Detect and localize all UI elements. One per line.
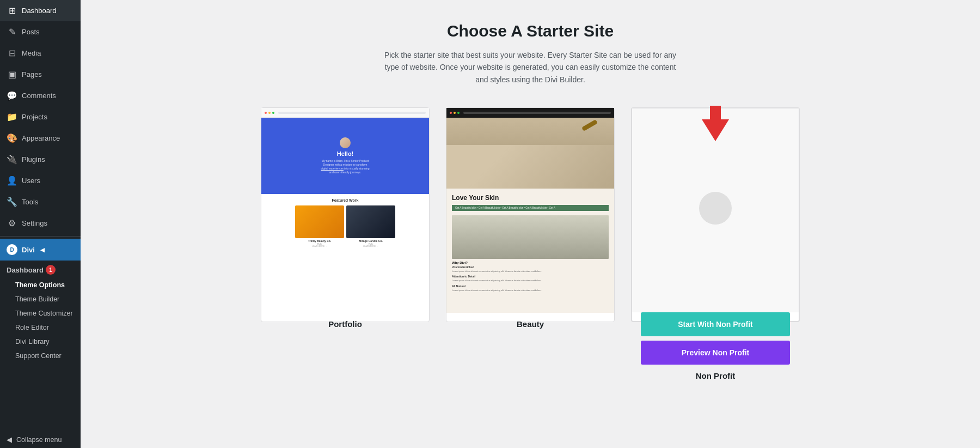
beauty-bowl xyxy=(446,145,614,189)
sidebar-item-label: Plugins xyxy=(22,155,45,164)
sidebar-item-divi[interactable]: D Divi ◀ xyxy=(0,239,81,261)
beauty-section3-text: Lorem ipsum dolor sit amet consectetur a… xyxy=(452,289,609,292)
nonprofit-placeholder xyxy=(699,192,732,229)
beauty-content: Love Your Skin Get A Beautiful skin • Ge… xyxy=(446,189,614,297)
thumb-img-2 xyxy=(346,205,395,238)
sidebar-item-label: Appearance xyxy=(22,134,60,142)
down-arrow-icon xyxy=(699,103,732,147)
sidebar-item-label: Tools xyxy=(22,198,38,206)
beauty-spoon xyxy=(581,119,598,131)
sidebar-item-posts[interactable]: ✎ Posts xyxy=(0,21,81,43)
beauty-preview: Love Your Skin Get A Beautiful skin • Ge… xyxy=(446,108,614,313)
starter-cards-container: Hello! My name is Brian. I'm a Senior Pr… xyxy=(204,107,857,322)
beauty-section2-subtitle: Attention to Detail xyxy=(452,275,609,278)
submenu-item-theme-builder[interactable]: Theme Builder xyxy=(0,292,81,306)
submenu-item-role-editor[interactable]: Role Editor xyxy=(0,320,81,335)
sidebar-item-appearance[interactable]: 🎨 Appearance xyxy=(0,128,81,149)
portfolio-thumb-1: Trinity Beauty Co. Role LEARN MORE → xyxy=(295,205,344,248)
beauty-sections: Why Divi? Vitamin Enriched Lorem ipsum d… xyxy=(452,215,609,292)
sidebar-divider xyxy=(0,236,81,237)
sidebar-item-label: Projects xyxy=(22,113,47,121)
beauty-section1-text: Lorem ipsum dolor sit amet consectetur a… xyxy=(452,270,609,273)
divi-dashboard-header: Dashboard 1 xyxy=(0,261,81,278)
thumb-detail-1: LEARN MORE → xyxy=(295,245,344,248)
plugins-icon: 🔌 xyxy=(7,154,17,165)
beauty-ticker: Get A Beautiful skin • Get A Beautiful s… xyxy=(452,205,609,211)
sidebar-item-plugins[interactable]: 🔌 Plugins xyxy=(0,149,81,170)
submenu-item-support-center[interactable]: Support Center xyxy=(0,349,81,363)
sidebar-item-label: Pages xyxy=(22,70,42,78)
sidebar-item-settings[interactable]: ⚙ Settings xyxy=(0,213,81,234)
sidebar-item-label: Media xyxy=(22,49,41,57)
starter-card-beauty: Love Your Skin Get A Beautiful skin • Ge… xyxy=(446,107,615,322)
page-subtitle: Pick the starter site that best suits yo… xyxy=(378,49,683,86)
portfolio-hero-title: Hello! xyxy=(337,150,354,157)
nav-dot-yellow xyxy=(268,112,271,114)
sidebar-item-comments[interactable]: 💬 Comments xyxy=(0,85,81,106)
beauty-section3-subtitle: All Natural xyxy=(452,284,609,288)
beauty-section1-subtitle: Vitamin Enriched xyxy=(452,265,609,269)
beauty-nav-dot-green xyxy=(457,112,460,114)
collapse-icon: ◀ xyxy=(7,435,12,444)
settings-icon: ⚙ xyxy=(7,218,17,228)
portfolio-featured-label: Featured Work xyxy=(266,198,425,202)
beauty-nav-dot-red xyxy=(450,112,452,114)
beauty-address-bar xyxy=(463,112,611,114)
nonprofit-card-label: Non Profit xyxy=(632,371,799,380)
portfolio-hero: Hello! My name is Brian. I'm a Senior Pr… xyxy=(261,118,429,194)
sidebar-item-label: Settings xyxy=(22,219,47,227)
pages-icon: ▣ xyxy=(7,69,17,80)
sidebar-item-tools[interactable]: 🔧 Tools xyxy=(0,191,81,213)
sidebar-item-users[interactable]: 👤 Users xyxy=(0,170,81,191)
nav-dot-green xyxy=(272,112,274,114)
beauty-section-1: Why Divi? Vitamin Enriched Lorem ipsum d… xyxy=(452,215,609,292)
portfolio-featured-section: Featured Work Trinity Beauty Co. Role LE… xyxy=(261,194,429,252)
start-with-nonprofit-button[interactable]: Start With Non Profit xyxy=(641,312,790,336)
sidebar-item-label: Dashboard xyxy=(22,7,57,15)
appearance-icon: 🎨 xyxy=(7,133,17,143)
starter-card-nonprofit: Start With Non Profit Preview Non Profit… xyxy=(631,107,800,322)
preview-nonprofit-button[interactable]: Preview Non Profit xyxy=(641,341,790,365)
portfolio-hero-desc: My name is Brian. I'm a Senior ProductDe… xyxy=(321,159,370,174)
sidebar: ⊞ Dashboard ✎ Posts ⊟ Media ▣ Pages 💬 Co… xyxy=(0,0,81,448)
beauty-hero-image xyxy=(446,118,614,189)
dashboard-badge: 1 xyxy=(46,265,56,275)
sidebar-item-projects[interactable]: 📁 Projects xyxy=(0,106,81,128)
thumb-img-1 xyxy=(295,205,344,238)
beauty-nav-dot-yellow xyxy=(454,112,456,114)
projects-icon: 📁 xyxy=(7,112,17,122)
portfolio-nav-bar xyxy=(261,108,429,118)
dashboard-icon: ⊞ xyxy=(7,5,17,16)
sidebar-item-label: Users xyxy=(22,177,40,185)
page-title: Choose A Starter Site xyxy=(447,22,614,40)
arrow-indicator xyxy=(699,103,732,149)
sidebar-item-media[interactable]: ⊟ Media xyxy=(0,43,81,64)
thumb-detail-2: LEARN MORE → xyxy=(346,245,395,248)
divi-icon: D xyxy=(7,244,17,255)
submenu-item-theme-customizer[interactable]: Theme Customizer xyxy=(0,306,81,320)
submenu-item-theme-options[interactable]: Theme Options xyxy=(0,278,81,292)
portfolio-card-label: Portfolio xyxy=(261,319,429,329)
sidebar-item-pages[interactable]: ▣ Pages xyxy=(0,64,81,85)
main-content: Choose A Starter Site Pick the starter s… xyxy=(81,0,980,448)
portfolio-thumb-2: Mirage Candle Co. Role LEARN MORE → xyxy=(346,205,395,248)
collapse-menu-button[interactable]: ◀ Collapse menu xyxy=(0,431,81,448)
submenu-item-divi-library[interactable]: Divi Library xyxy=(0,335,81,349)
beauty-section2-text: Lorem ipsum dolor sit amet consectetur a… xyxy=(452,279,609,282)
posts-icon: ✎ xyxy=(7,27,17,37)
nav-dot-red xyxy=(265,112,267,114)
collapse-arrow-icon: ◀ xyxy=(40,247,45,253)
beauty-hero-title: Love Your Skin xyxy=(452,194,609,202)
sidebar-item-label: Posts xyxy=(22,28,40,36)
users-icon: 👤 xyxy=(7,175,17,186)
sidebar-item-dashboard[interactable]: ⊞ Dashboard xyxy=(0,0,81,21)
beauty-card-label: Beauty xyxy=(446,319,614,329)
starter-card-portfolio: Hello! My name is Brian. I'm a Senior Pr… xyxy=(261,107,430,322)
svg-marker-0 xyxy=(702,106,729,141)
media-icon: ⊟ xyxy=(7,48,17,58)
comments-icon: 💬 xyxy=(7,90,17,101)
address-bar xyxy=(278,112,426,114)
divi-label: Divi xyxy=(22,246,35,254)
portfolio-avatar xyxy=(340,137,351,148)
tools-icon: 🔧 xyxy=(7,197,17,207)
